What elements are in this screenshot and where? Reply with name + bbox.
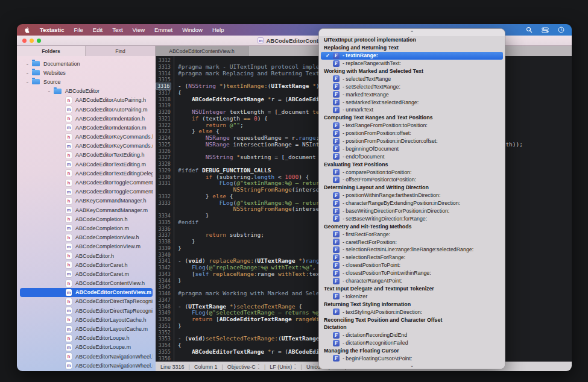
symbol-item[interactable]: ✓F- endOfDocument — [321, 152, 503, 160]
menu-item-text[interactable]: Text — [112, 27, 122, 33]
symbol-item[interactable]: ✓F- positionFromPosition:inDirection:off… — [321, 137, 503, 145]
symbol-item[interactable]: ✓F- selectionRectsInLine:range:lineRange… — [321, 246, 503, 254]
symbol-item[interactable]: ✓F- firstRectForRange: — [321, 230, 503, 238]
symbol-item[interactable]: ✓F- replaceRange:withText: — [321, 60, 503, 67]
symbol-item[interactable]: ✓F- unmarkText — [321, 106, 503, 114]
sidebar-folder-documentation[interactable]: ⌄Documentation — [20, 59, 153, 68]
menu-item-emmet[interactable]: Emmet — [154, 27, 172, 33]
sidebar-folder-websites[interactable]: ⌄Websites — [20, 68, 153, 77]
h-file-icon: h — [66, 261, 72, 268]
sidebar-file-aabkeycommandmanager-m[interactable]: mAABKeyCommandManager.m — [20, 205, 153, 214]
symbol-item[interactable]: ✓F- beginningOfDocument — [321, 145, 503, 152]
sidebar-folder-source[interactable]: ⌄Source — [20, 77, 153, 86]
symbol-item[interactable]: ✓F- closestPositionToPoint:withinRange: — [321, 269, 503, 277]
symbol-item[interactable]: ✓F- positionFromPosition:offset: — [321, 130, 503, 137]
menu-item-window[interactable]: Window — [182, 27, 203, 33]
sidebar-file-abcodeeditordirecttaprecognizer-h[interactable]: hABCodeEditorDirectTapRecognizer.h — [20, 297, 153, 306]
disclosure-chevron-icon[interactable]: ⌄ — [25, 61, 30, 66]
sidebar-file-abcodecompletion-h[interactable]: hABCodeCompletion.h — [20, 214, 153, 224]
checkmark-icon: ✓ — [326, 255, 333, 260]
checkmark-icon: ✓ — [326, 139, 333, 144]
menu-item-file[interactable]: File — [74, 27, 83, 33]
apple-menu-icon[interactable] — [24, 27, 30, 34]
disclosure-chevron-icon[interactable]: ⌄ — [25, 80, 30, 84]
sidebar-file-aabcodeeditortogglecomment-m[interactable]: mAABCodeEditorToggleComment.m — [20, 187, 153, 196]
sidebar-file-aabcodeeditorautopairing-m[interactable]: mAABCodeEditorAutoPairing.m — [20, 105, 153, 114]
sidebar-file-abcodeeditorcontentview-h[interactable]: hABCodeEditorContentView.h — [20, 279, 153, 288]
sidebar-folder-abcodeeditor[interactable]: ⌄ABCodeEditor — [20, 87, 153, 96]
symbol-item[interactable]: ✓F- setBaseWritingDirection:forRange: — [321, 214, 503, 222]
sidebar-file-aabcodeeditorautopairing-h[interactable]: hAABCodeEditorAutoPairing.h — [20, 96, 153, 105]
minimize-window-button[interactable] — [30, 39, 34, 43]
menu-item-textastic[interactable]: Textastic — [40, 27, 64, 33]
symbol-item[interactable]: ✓F- markedTextRange — [321, 90, 503, 98]
file-label: ABCodeEditorNavigationWheel.h — [75, 354, 153, 360]
sidebar-file-abcodeeditorloupe-m[interactable]: mABCodeEditorLoupe.m — [20, 343, 153, 352]
symbol-item[interactable]: ✓F- positionWithinRange:farthestInDirect… — [321, 192, 503, 199]
disclosure-chevron-icon[interactable]: ⌄ — [25, 70, 30, 75]
symbol-item[interactable]: ✓F- caretRectForPosition: — [321, 238, 503, 246]
menu-item-view[interactable]: View — [133, 27, 145, 33]
symbol-item[interactable]: ✓F- tokenizer — [321, 292, 503, 300]
symbol-item[interactable]: ✓F- setSelectedTextRange: — [321, 83, 503, 90]
menu-items: TextasticFileEditTextViewEmmetWindowHelp — [40, 27, 224, 33]
status-lf-unix-[interactable]: LF (Unix)⌃⌄ — [270, 364, 296, 370]
sidebar-file-abcodecompletionview-h[interactable]: hABCodeCompletionView.h — [20, 233, 153, 242]
symbol-section-header: Replacing and Returning Text — [319, 44, 505, 52]
sidebar-file-abcodeeditorlayoutcache-h[interactable]: hABCodeEditorLayoutCache.h — [20, 315, 153, 324]
popover-scroll-down[interactable]: ⌄ — [319, 362, 505, 369]
close-window-button[interactable] — [22, 39, 27, 43]
symbol-item[interactable]: ✓F- closestPositionToPoint: — [321, 261, 503, 269]
sidebar-file-abcodeeditorlayoutcache-m[interactable]: mABCodeEditorLayoutCache.m — [20, 324, 153, 333]
tab-find[interactable]: Find — [86, 46, 156, 56]
disclosure-chevron-icon[interactable]: ⌄ — [46, 89, 52, 93]
sidebar-file-abcodeeditorcaret-m[interactable]: mABCodeEditorCaret.m — [20, 269, 153, 278]
status-objective-c[interactable]: Objective-C⌃⌄ — [227, 364, 260, 370]
symbol-item[interactable]: ✓F- characterRangeAtPoint: — [321, 277, 503, 285]
sidebar-file-abcodeeditor-h[interactable]: hABCodeEditor.h — [20, 251, 153, 260]
sidebar-file-abcodecompletionview-m[interactable]: mABCodeCompletionView.m — [20, 242, 153, 251]
sidebar-file-aabkeycommandmanager-h[interactable]: hAABKeyCommandManager.h — [20, 196, 153, 205]
symbol-label: - markedTextRange — [343, 92, 389, 98]
tab-folders[interactable]: Folders — [17, 46, 86, 56]
search-icon[interactable] — [526, 27, 533, 33]
tab-abcodeeditorcontentview-h[interactable]: ABCodeEditorContentView.h — [156, 46, 248, 56]
line-number: 3331 — [156, 180, 174, 187]
symbol-item[interactable]: ✓F- textStylingAtPosition:inDirection: — [321, 308, 503, 316]
sidebar-file-aabcodeeditortexteditingdelegate-h[interactable]: hAABCodeEditorTextEditingDelegate.h — [20, 169, 153, 178]
symbol-section-header: Managing the Floating Cursor — [319, 347, 505, 355]
symbol-item[interactable]: ✓F- textRangeFromPosition:toPosition: — [321, 122, 503, 130]
sidebar-file-abcodeeditornavigationwheel-h[interactable]: hABCodeEditorNavigationWheel.h — [20, 352, 153, 361]
sidebar-file-abcodeeditorcaret-h[interactable]: hABCodeEditorCaret.h — [20, 260, 153, 269]
sidebar-file-abcodeeditornavigationwheel-m[interactable]: mABCodeEditorNavigationWheel.m — [20, 361, 153, 370]
zoom-window-button[interactable] — [37, 39, 41, 43]
symbol-item[interactable]: ✓F- setMarkedText:selectedRange: — [321, 98, 503, 106]
clock-icon[interactable] — [558, 27, 564, 33]
menu-item-edit[interactable]: Edit — [93, 27, 103, 33]
sidebar-file-aabcodeeditortextediting-h[interactable]: hAABCodeEditorTextEditing.h — [20, 151, 153, 160]
sidebar-file-aabcodeeditorkeycommands-m[interactable]: mAABCodeEditorKeyCommands.m — [20, 142, 153, 151]
menu-item-help[interactable]: Help — [212, 27, 224, 33]
sidebar-file-abcodecompletion-m[interactable]: mABCodeCompletion.m — [20, 224, 153, 233]
sidebar-file-aabcodeeditortextediting-m[interactable]: mAABCodeEditorTextEditing.m — [20, 160, 153, 169]
symbol-item[interactable]: ✓F- characterRangeByExtendingPosition:in… — [321, 199, 503, 207]
symbol-item[interactable]: ✓F- dictationRecordingDidEnd — [321, 331, 503, 339]
sidebar-file-aabcodeeditorindentation-m[interactable]: mAABCodeEditorIndentation.m — [20, 123, 153, 132]
sidebar-file-abcodeeditordirecttaprecognizer-m[interactable]: mABCodeEditorDirectTapRecognizer.m — [20, 306, 153, 315]
symbol-item[interactable]: ✓F- selectedTextRange — [321, 75, 503, 83]
symbol-item[interactable]: ✓F- offsetFromPosition:toPosition: — [321, 176, 503, 184]
symbol-item[interactable]: ✓F- dictationRecognitionFailed — [321, 339, 503, 347]
popover-scroll-up[interactable]: ⌃ — [319, 29, 505, 36]
symbol-item[interactable]: ✓F- beginFloatingCursorAtPoint: — [321, 355, 503, 362]
sidebar-file-abcodeeditorloupe-h[interactable]: hABCodeEditorLoupe.h — [20, 334, 153, 343]
sidebar-file-aabcodeeditorindentation-h[interactable]: hAABCodeEditorIndentation.h — [20, 114, 153, 123]
sidebar-file-abcodeeditorcontentview-m[interactable]: mABCodeEditorContentView.m — [20, 288, 153, 297]
symbol-item[interactable]: ✓F- selectionRectsForRange: — [321, 254, 503, 261]
symbol-item[interactable]: ✓F- comparePosition:toPosition: — [321, 168, 503, 176]
symbol-item[interactable]: ✓F- textInRange: — [321, 52, 503, 60]
control-center-icon[interactable] — [542, 27, 549, 33]
symbol-item[interactable]: ✓F- baseWritingDirectionForPosition:inDi… — [321, 207, 503, 215]
sidebar-file-aabcodeeditorkeycommands-h[interactable]: hAABCodeEditorKeyCommands.h — [20, 133, 153, 142]
sidebar-file-aabcodeeditortogglecomment-h[interactable]: hAABCodeEditorToggleComment.h — [20, 178, 153, 187]
checkmark-icon: ✓ — [326, 216, 333, 221]
